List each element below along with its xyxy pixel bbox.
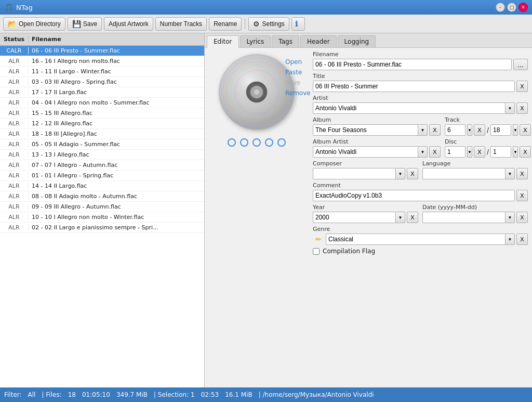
date-dropdown-button[interactable]: ▼: [506, 212, 515, 223]
table-row[interactable]: ALR12 - 12 III Allegro.flac: [0, 119, 204, 129]
artwork-paste-button[interactable]: Paste: [285, 69, 311, 76]
title-input[interactable]: [313, 81, 515, 92]
language-input[interactable]: [422, 168, 506, 179]
table-row[interactable]: ALR03 - 03 III Allegro - Spring.flac: [0, 77, 204, 87]
tab-header[interactable]: Header: [300, 35, 337, 47]
tab-logging[interactable]: Logging: [338, 35, 376, 47]
composer-dropdown-button[interactable]: ▼: [396, 168, 405, 179]
album-input[interactable]: [313, 124, 418, 136]
year-date-row: Year ▼ X Date (yyyy-MM-dd): [313, 204, 528, 226]
genre-edit-icon[interactable]: ✏: [313, 234, 324, 245]
genre-clear-button[interactable]: X: [516, 234, 528, 245]
composer-clear-button[interactable]: X: [407, 168, 418, 179]
table-row[interactable]: ALR04 - 04 I Allegro non molto - Summer.…: [0, 98, 204, 108]
comment-input[interactable]: [313, 190, 515, 201]
comment-row: X: [313, 190, 528, 201]
disc-dropdown-button[interactable]: ▼: [467, 146, 472, 158]
date-clear-button[interactable]: X: [516, 212, 528, 223]
table-row[interactable]: ALR11 - 11 II Largo - Winter.flac: [0, 67, 204, 77]
save-button[interactable]: 💾 Save: [68, 17, 102, 31]
tab-lyrics[interactable]: Lyrics: [240, 35, 271, 47]
disc-number-input[interactable]: [445, 146, 466, 158]
row-status: ALR: [0, 68, 29, 75]
rename-button[interactable]: Rename: [209, 17, 242, 31]
table-row[interactable]: ALR09 - 09 III Allegro - Autumn.flac: [0, 202, 204, 212]
table-row[interactable]: ALR18 - 18 III [Allegro].flac: [0, 129, 204, 139]
date-input[interactable]: [422, 212, 506, 223]
table-row[interactable]: ALR05 - 05 II Adagio - Summer.flac: [0, 139, 204, 150]
track-dropdown-button[interactable]: ▼: [467, 124, 472, 136]
row-status: ALR: [0, 131, 29, 137]
artwork-remove-button[interactable]: Remove: [285, 89, 311, 97]
track-total-clear-button[interactable]: X: [520, 124, 531, 136]
disc-clear-button[interactable]: X: [474, 146, 485, 158]
album-artist-input[interactable]: [313, 146, 418, 158]
filename-browse-button[interactable]: ...: [513, 59, 528, 70]
info-button[interactable]: ℹ: [291, 17, 305, 31]
table-row[interactable]: ALR14 - 14 II Largo.flac: [0, 181, 204, 191]
number-tracks-button[interactable]: Number Tracks: [155, 17, 207, 31]
track-clear-button[interactable]: X: [474, 124, 485, 136]
track-total-input[interactable]: [490, 124, 511, 136]
year-input[interactable]: [313, 212, 396, 223]
disc-dot-2[interactable]: [240, 138, 248, 147]
language-dropdown-button[interactable]: ▼: [506, 168, 515, 179]
row-filename: 05 - 05 II Adagio - Summer.flac: [29, 141, 204, 148]
table-row[interactable]: ALR15 - 15 III Allegro.flac: [0, 108, 204, 119]
table-row[interactable]: ALR02 - 02 II Largo e pianissimo sempre …: [0, 223, 204, 233]
comment-clear-button[interactable]: X: [516, 190, 528, 201]
artist-dropdown-button[interactable]: ▼: [506, 102, 515, 114]
adjust-artwork-button[interactable]: Adjust Artwork: [104, 17, 153, 31]
album-artist-dropdown-button[interactable]: ▼: [418, 146, 428, 158]
album-clear-button[interactable]: X: [429, 124, 441, 136]
disc-total-input[interactable]: [490, 146, 511, 158]
table-row[interactable]: CALR06 - 06 III Presto - Summer.flac: [0, 46, 204, 56]
track-number-input[interactable]: [445, 124, 466, 136]
table-row[interactable]: ALR13 - 13 I Allegro.flac: [0, 150, 204, 160]
disc-total-clear-button[interactable]: X: [520, 146, 531, 158]
year-dropdown-button[interactable]: ▼: [396, 212, 405, 223]
track-size-value: 16.1 MiB: [225, 391, 252, 398]
album-artist-clear-button[interactable]: X: [429, 146, 441, 158]
compilation-label[interactable]: Compilation Flag: [323, 248, 375, 255]
minimize-button[interactable]: –: [496, 3, 505, 12]
tab-tags[interactable]: Tags: [272, 35, 299, 47]
genre-input[interactable]: [326, 234, 506, 245]
title-clear-button[interactable]: X: [516, 81, 528, 92]
table-row[interactable]: ALR08 - 08 II Adagio molto - Autumn.flac: [0, 191, 204, 202]
table-row[interactable]: ALR10 - 10 I Allegro non molto - Winter.…: [0, 212, 204, 223]
composer-input[interactable]: [313, 168, 396, 179]
artwork-open-button[interactable]: Open: [285, 58, 311, 66]
artist-input[interactable]: [313, 102, 506, 114]
genre-field-group: Genre ✏ ▼ X: [313, 226, 528, 245]
disc-dot-5[interactable]: [277, 138, 286, 147]
compilation-checkbox[interactable]: [313, 248, 320, 255]
open-directory-button[interactable]: 📂 Open Directory: [3, 17, 65, 31]
artist-clear-button[interactable]: X: [516, 102, 528, 114]
track-total-dropdown-button[interactable]: ▼: [513, 124, 518, 136]
disc-dot-1[interactable]: [228, 138, 236, 147]
table-row[interactable]: ALR01 - 01 I Allegro - Spring.flac: [0, 171, 204, 181]
disc-dot-4[interactable]: [265, 138, 273, 147]
maximize-button[interactable]: □: [507, 3, 516, 12]
language-row: ▼ X: [422, 168, 528, 179]
disc-dot-3[interactable]: [252, 138, 261, 147]
table-row[interactable]: ALR17 - 17 II Largo.flac: [0, 87, 204, 98]
filename-input[interactable]: [313, 59, 512, 70]
disc-field-group: Disc ▼ X / ▼ X: [445, 138, 528, 158]
artwork-save-button[interactable]: Save: [285, 79, 311, 86]
table-row[interactable]: ALR16 - 16 I Allegro non molto.flac: [0, 56, 204, 67]
genre-dropdown-button[interactable]: ▼: [506, 234, 515, 245]
table-row[interactable]: ALR07 - 07 I Allegro - Autumn.flac: [0, 160, 204, 171]
disc-total-dropdown-button[interactable]: ▼: [513, 146, 518, 158]
tab-editor[interactable]: Editor: [207, 35, 239, 48]
filelist-rows[interactable]: CALR06 - 06 III Presto - Summer.flacALR1…: [0, 46, 204, 387]
close-button[interactable]: ✕: [518, 3, 528, 12]
album-field-group: Album ▼ X: [313, 116, 441, 136]
settings-button[interactable]: ⚙ Settings: [248, 17, 289, 31]
comment-label: Comment: [313, 182, 528, 189]
year-clear-button[interactable]: X: [407, 212, 418, 223]
duration-value: 01:05:10: [82, 391, 110, 398]
language-clear-button[interactable]: X: [516, 168, 528, 179]
album-dropdown-button[interactable]: ▼: [418, 124, 428, 136]
